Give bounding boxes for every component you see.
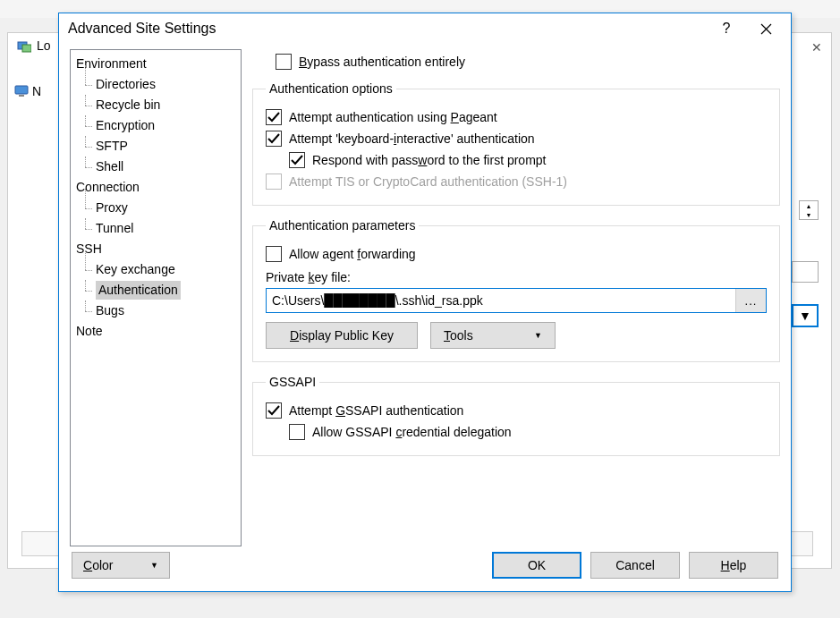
respond-password-checkbox-row[interactable]: Respond with password to the first promp…	[266, 149, 767, 171]
private-key-browse-button[interactable]: ...	[735, 289, 766, 312]
tis-label: Attempt TIS or CryptoCard authentication…	[289, 174, 567, 189]
tree-ssh[interactable]: SSH	[72, 239, 239, 259]
tools-dropdown-button[interactable]: Tools▼	[430, 322, 556, 349]
dialog-titlebar: Advanced Site Settings ?	[59, 13, 791, 44]
background-dropdown[interactable]: ▼	[792, 304, 819, 327]
cancel-button[interactable]: Cancel	[590, 552, 680, 579]
login-window-title: Lo	[37, 38, 51, 53]
private-key-file-input[interactable]	[267, 289, 735, 312]
private-key-file-row: ...	[266, 288, 767, 313]
computer-icon	[14, 84, 29, 98]
pageant-checkbox-row[interactable]: Attempt authentication using Pageant	[266, 106, 767, 128]
bypass-auth-checkbox[interactable]	[276, 54, 292, 70]
gssapi-cred-checkbox-row[interactable]: Allow GSSAPI credential delegation	[266, 421, 767, 443]
titlebar-close-button[interactable]	[746, 15, 785, 42]
allow-forwarding-checkbox[interactable]	[266, 246, 282, 262]
help-button[interactable]: Help	[689, 552, 778, 579]
chevron-down-icon: ▼	[534, 331, 542, 340]
tis-checkbox	[266, 174, 282, 190]
advanced-site-settings-dialog: Advanced Site Settings ? Environment Dir…	[58, 13, 792, 592]
auth-options-group: Authentication options Attempt authentic…	[252, 81, 780, 206]
keyboard-interactive-checkbox[interactable]	[266, 131, 282, 147]
auth-options-legend: Authentication options	[266, 81, 396, 96]
tree-note[interactable]: Note	[72, 321, 239, 342]
color-dropdown-button[interactable]: Color▼	[72, 552, 170, 579]
svg-rect-3	[19, 95, 24, 97]
respond-password-label: Respond with password to the first promp…	[312, 153, 546, 167]
keyboard-interactive-label: Attempt 'keyboard-interactive' authentic…	[289, 131, 535, 146]
pageant-checkbox[interactable]	[266, 109, 282, 125]
tree-bugs[interactable]: Bugs	[72, 301, 239, 321]
tree-connection[interactable]: Connection	[72, 177, 239, 198]
close-icon	[760, 23, 772, 35]
display-public-key-button[interactable]: Display Public Key	[266, 322, 418, 349]
tree-encryption[interactable]: Encryption	[72, 115, 239, 136]
gssapi-cred-label: Allow GSSAPI credential delegation	[312, 425, 512, 439]
tree-recycle-bin[interactable]: Recycle bin	[72, 95, 239, 115]
respond-password-checkbox[interactable]	[289, 152, 305, 168]
allow-forwarding-label: Allow agent forwarding	[289, 247, 416, 261]
background-field[interactable]	[792, 261, 819, 283]
gssapi-cred-checkbox[interactable]	[289, 424, 305, 440]
tree-key-exchange[interactable]: Key exchange	[72, 259, 239, 280]
private-key-file-label: Private key file:	[266, 265, 767, 288]
settings-content: Bypass authentication entirely Authentic…	[252, 49, 780, 546]
auth-params-legend: Authentication parameters	[266, 218, 419, 233]
svg-rect-1	[22, 45, 31, 52]
tree-authentication[interactable]: Authentication	[72, 280, 239, 301]
tree-directories[interactable]: Directories	[72, 74, 239, 95]
dialog-title: Advanced Site Settings	[68, 21, 707, 37]
chevron-down-icon: ▼	[150, 561, 158, 570]
gssapi-group: GSSAPI Attempt GSSAPI authentication All…	[252, 375, 780, 456]
tree-environment[interactable]: Environment	[72, 54, 239, 74]
gssapi-auth-label: Attempt GSSAPI authentication	[289, 403, 463, 418]
titlebar-help-button[interactable]: ?	[707, 15, 746, 42]
background-new-item: N	[14, 84, 41, 98]
background-spinner[interactable]: ▲▼	[799, 200, 819, 220]
login-close-icon[interactable]: ✕	[811, 40, 822, 55]
gssapi-auth-checkbox-row[interactable]: Attempt GSSAPI authentication	[266, 400, 767, 421]
pageant-label: Attempt authentication using Pageant	[289, 110, 497, 124]
auth-params-group: Authentication parameters Allow agent fo…	[252, 218, 780, 362]
tis-checkbox-row: Attempt TIS or CryptoCard authentication…	[266, 171, 767, 192]
dialog-footer: Color▼ OK Cancel Help	[59, 546, 791, 591]
gssapi-auth-checkbox[interactable]	[266, 402, 282, 419]
tree-sftp[interactable]: SFTP	[72, 136, 239, 157]
tree-shell[interactable]: Shell	[72, 157, 239, 177]
login-window-icon	[17, 38, 31, 53]
svg-rect-2	[15, 86, 28, 94]
gssapi-legend: GSSAPI	[266, 375, 319, 389]
tree-proxy[interactable]: Proxy	[72, 198, 239, 218]
bypass-auth-label: Bypass authentication entirely	[299, 55, 465, 69]
bypass-auth-checkbox-row[interactable]: Bypass authentication entirely	[252, 51, 780, 72]
tree-tunnel[interactable]: Tunnel	[72, 218, 239, 239]
settings-tree[interactable]: Environment Directories Recycle bin Encr…	[70, 49, 242, 546]
keyboard-interactive-checkbox-row[interactable]: Attempt 'keyboard-interactive' authentic…	[266, 128, 767, 149]
allow-forwarding-checkbox-row[interactable]: Allow agent forwarding	[266, 243, 767, 265]
ok-button[interactable]: OK	[492, 552, 581, 579]
